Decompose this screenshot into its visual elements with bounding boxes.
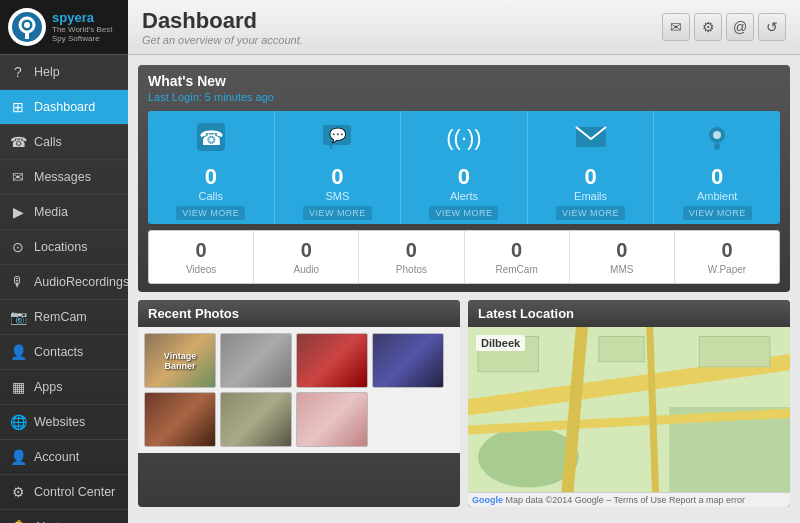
whats-new-title: What's New bbox=[148, 73, 780, 89]
audio-label: Audio bbox=[293, 264, 319, 275]
map-footer: Google Map data ©2014 Google – Terms of … bbox=[468, 492, 790, 507]
sms-stat-count: 0 bbox=[331, 164, 343, 190]
wpaper-count: 0 bbox=[721, 239, 732, 262]
apps-icon: ▦ bbox=[10, 379, 26, 395]
websites-icon: 🌐 bbox=[10, 414, 26, 430]
google-logo: Google bbox=[472, 495, 503, 505]
emails-viewmore-button[interactable]: VIEW MORE bbox=[556, 206, 625, 220]
remcam-label: RemCam bbox=[495, 264, 537, 275]
calls-stat-icon: ☎ bbox=[193, 119, 229, 162]
logo-area: spyera The World's Best Spy Software bbox=[0, 0, 128, 55]
dashboard-content: What's New Last Login: 5 minutes ago ☎ 0… bbox=[128, 55, 800, 523]
recent-photos-header: Recent Photos bbox=[138, 300, 460, 327]
photo-thumb-4[interactable] bbox=[372, 333, 444, 388]
sidebar-item-calls[interactable]: ☎ Calls bbox=[0, 125, 128, 160]
stat-audio: 0 Audio bbox=[254, 231, 359, 283]
media-icon: ▶ bbox=[10, 204, 26, 220]
emails-stat-label: Emails bbox=[574, 190, 607, 202]
logo-icon bbox=[8, 8, 46, 46]
svg-text:((·)): ((·)) bbox=[446, 125, 481, 150]
settings-header-button[interactable]: ⚙ bbox=[694, 13, 722, 41]
stat-videos: 0 Videos bbox=[149, 231, 254, 283]
videos-count: 0 bbox=[196, 239, 207, 262]
sidebar-item-audiorecordings[interactable]: 🎙 AudioRecordings bbox=[0, 265, 128, 300]
stat-wpaper: 0 W.Paper bbox=[675, 231, 779, 283]
sidebar: spyera The World's Best Spy Software ? H… bbox=[0, 0, 128, 523]
stat-ambient: 0 Ambient VIEW MORE bbox=[654, 111, 780, 224]
svg-marker-7 bbox=[329, 145, 333, 150]
calls-stat-count: 0 bbox=[205, 164, 217, 190]
map-city-label: Dilbeek bbox=[476, 335, 525, 351]
controlcenter-icon: ⚙ bbox=[10, 484, 26, 500]
locations-icon: ⊙ bbox=[10, 239, 26, 255]
page-subtitle: Get an overview of your account. bbox=[142, 34, 303, 46]
header-actions: ✉ ⚙ @ ↺ bbox=[662, 13, 786, 41]
logo-text: spyera bbox=[52, 11, 120, 25]
sidebar-item-help[interactable]: ? Help bbox=[0, 55, 128, 90]
wpaper-label: W.Paper bbox=[708, 264, 746, 275]
account-icon: 👤 bbox=[10, 449, 26, 465]
remcam-icon: 📷 bbox=[10, 309, 26, 325]
svg-point-3 bbox=[24, 22, 30, 28]
contacts-icon: 👤 bbox=[10, 344, 26, 360]
main-content: Dashboard Get an overview of your accoun… bbox=[128, 0, 800, 523]
messages-icon: ✉ bbox=[10, 169, 26, 185]
photo-thumb-6[interactable] bbox=[220, 392, 292, 447]
mms-label: MMS bbox=[610, 264, 633, 275]
recent-photos-section: Recent Photos VintageBanner bbox=[138, 300, 460, 507]
calls-icon: ☎ bbox=[10, 134, 26, 150]
sms-viewmore-button[interactable]: VIEW MORE bbox=[303, 206, 372, 220]
photo-thumb-5[interactable] bbox=[144, 392, 216, 447]
sidebar-item-dashboard[interactable]: ⊞ Dashboard bbox=[0, 90, 128, 125]
dashboard-icon: ⊞ bbox=[10, 99, 26, 115]
ambient-stat-count: 0 bbox=[711, 164, 723, 190]
photos-grid: VintageBanner bbox=[138, 327, 460, 453]
photos-count: 0 bbox=[406, 239, 417, 262]
svg-point-13 bbox=[713, 131, 721, 139]
alerts-stat-count: 0 bbox=[458, 164, 470, 190]
mms-count: 0 bbox=[616, 239, 627, 262]
stat-sms: 💬 0 SMS VIEW MORE bbox=[275, 111, 402, 224]
sidebar-item-remcam[interactable]: 📷 RemCam bbox=[0, 300, 128, 335]
sidebar-item-apps[interactable]: ▦ Apps bbox=[0, 370, 128, 405]
latest-location-header: Latest Location bbox=[468, 300, 790, 327]
sidebar-item-websites[interactable]: 🌐 Websites bbox=[0, 405, 128, 440]
sidebar-item-alerts[interactable]: 🔔 Alerts bbox=[0, 510, 128, 523]
sms-stat-label: SMS bbox=[325, 190, 349, 202]
stat-calls: ☎ 0 Calls VIEW MORE bbox=[148, 111, 275, 224]
emails-stat-count: 0 bbox=[584, 164, 596, 190]
svg-text:💬: 💬 bbox=[329, 127, 347, 144]
stat-alerts: ((·)) 0 Alerts VIEW MORE bbox=[401, 111, 528, 224]
svg-rect-23 bbox=[599, 337, 644, 362]
ambient-stat-icon bbox=[699, 119, 735, 162]
latest-location-section: Latest Location bbox=[468, 300, 790, 507]
photo-thumb-1[interactable]: VintageBanner bbox=[144, 333, 216, 388]
alerts-viewmore-button[interactable]: VIEW MORE bbox=[429, 206, 498, 220]
email-header-button[interactable]: ✉ bbox=[662, 13, 690, 41]
logo-subtitle: The World's Best Spy Software bbox=[52, 25, 120, 43]
photo-thumb-7[interactable] bbox=[296, 392, 368, 447]
whats-new-section: What's New Last Login: 5 minutes ago ☎ 0… bbox=[138, 65, 790, 292]
sidebar-item-locations[interactable]: ⊙ Locations bbox=[0, 230, 128, 265]
svg-rect-2 bbox=[25, 32, 29, 39]
sidebar-item-account[interactable]: 👤 Account bbox=[0, 440, 128, 475]
map-area[interactable]: Dilbeek bbox=[468, 327, 790, 492]
at-header-button[interactable]: @ bbox=[726, 13, 754, 41]
ambient-viewmore-button[interactable]: VIEW MORE bbox=[683, 206, 752, 220]
sms-stat-icon: 💬 bbox=[319, 119, 355, 162]
emails-stat-icon bbox=[573, 119, 609, 162]
sidebar-item-media[interactable]: ▶ Media bbox=[0, 195, 128, 230]
refresh-header-button[interactable]: ↺ bbox=[758, 13, 786, 41]
alerts-icon: 🔔 bbox=[10, 519, 26, 523]
calls-viewmore-button[interactable]: VIEW MORE bbox=[176, 206, 245, 220]
audio-count: 0 bbox=[301, 239, 312, 262]
videos-label: Videos bbox=[186, 264, 216, 275]
sidebar-item-messages[interactable]: ✉ Messages bbox=[0, 160, 128, 195]
sidebar-item-contacts[interactable]: 👤 Contacts bbox=[0, 335, 128, 370]
sidebar-item-controlcenter[interactable]: ⚙ Control Center bbox=[0, 475, 128, 510]
header: Dashboard Get an overview of your accoun… bbox=[128, 0, 800, 55]
svg-text:☎: ☎ bbox=[198, 127, 223, 149]
stat-emails: 0 Emails VIEW MORE bbox=[528, 111, 655, 224]
photo-thumb-2[interactable] bbox=[220, 333, 292, 388]
photo-thumb-3[interactable] bbox=[296, 333, 368, 388]
